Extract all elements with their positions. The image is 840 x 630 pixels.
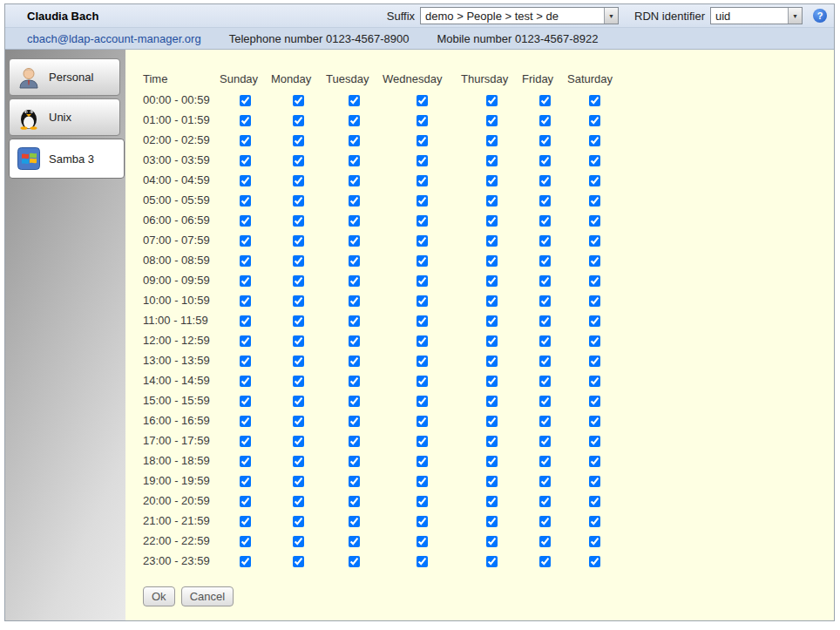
hour-checkbox-saturday-14:00[interactable] [589, 376, 600, 387]
hour-checkbox-wednesday-05:00[interactable] [417, 195, 428, 207]
hour-checkbox-sunday-09:00[interactable] [240, 275, 251, 287]
hour-checkbox-friday-02:00[interactable] [539, 135, 551, 146]
hour-checkbox-wednesday-04:00[interactable] [417, 175, 428, 186]
hour-checkbox-sunday-16:00[interactable] [240, 416, 251, 427]
hour-checkbox-wednesday-10:00[interactable] [417, 295, 428, 307]
hour-checkbox-monday-21:00[interactable] [293, 516, 304, 527]
hour-checkbox-saturday-07:00[interactable] [589, 235, 600, 247]
hour-checkbox-tuesday-23:00[interactable] [349, 556, 360, 567]
hour-checkbox-saturday-22:00[interactable] [589, 536, 600, 547]
hour-checkbox-thursday-06:00[interactable] [486, 215, 498, 227]
hour-checkbox-friday-07:00[interactable] [539, 235, 551, 247]
hour-checkbox-wednesday-08:00[interactable] [417, 255, 428, 267]
hour-checkbox-tuesday-01:00[interactable] [349, 115, 360, 126]
hour-checkbox-wednesday-16:00[interactable] [417, 416, 428, 427]
hour-checkbox-friday-01:00[interactable] [539, 115, 551, 126]
hour-checkbox-monday-06:00[interactable] [293, 215, 304, 227]
hour-checkbox-wednesday-19:00[interactable] [417, 476, 428, 487]
hour-checkbox-friday-18:00[interactable] [539, 456, 551, 467]
hour-checkbox-friday-09:00[interactable] [539, 275, 551, 287]
hour-checkbox-friday-20:00[interactable] [539, 496, 551, 507]
hour-checkbox-tuesday-12:00[interactable] [349, 335, 360, 347]
hour-checkbox-sunday-12:00[interactable] [240, 335, 251, 347]
hour-checkbox-thursday-18:00[interactable] [486, 456, 498, 467]
hour-checkbox-monday-05:00[interactable] [293, 195, 304, 207]
hour-checkbox-monday-19:00[interactable] [293, 476, 304, 487]
hour-checkbox-thursday-05:00[interactable] [486, 195, 498, 207]
hour-checkbox-monday-02:00[interactable] [293, 135, 304, 146]
hour-checkbox-monday-15:00[interactable] [293, 396, 304, 407]
hour-checkbox-sunday-05:00[interactable] [240, 195, 251, 207]
hour-checkbox-sunday-22:00[interactable] [240, 536, 251, 547]
hour-checkbox-monday-16:00[interactable] [293, 416, 304, 427]
hour-checkbox-friday-11:00[interactable] [539, 315, 551, 327]
hour-checkbox-thursday-12:00[interactable] [486, 335, 498, 347]
hour-checkbox-wednesday-20:00[interactable] [417, 496, 428, 507]
hour-checkbox-monday-10:00[interactable] [293, 295, 304, 307]
hour-checkbox-tuesday-08:00[interactable] [349, 255, 360, 267]
hour-checkbox-sunday-21:00[interactable] [240, 516, 251, 527]
hour-checkbox-sunday-20:00[interactable] [240, 496, 251, 507]
hour-checkbox-monday-18:00[interactable] [293, 456, 304, 467]
hour-checkbox-tuesday-16:00[interactable] [349, 416, 360, 427]
hour-checkbox-friday-15:00[interactable] [539, 396, 551, 407]
hour-checkbox-saturday-20:00[interactable] [589, 496, 600, 507]
hour-checkbox-friday-04:00[interactable] [539, 175, 551, 186]
hour-checkbox-thursday-23:00[interactable] [486, 556, 498, 567]
hour-checkbox-saturday-11:00[interactable] [589, 315, 600, 327]
hour-checkbox-monday-14:00[interactable] [293, 376, 304, 387]
hour-checkbox-sunday-06:00[interactable] [240, 215, 251, 227]
hour-checkbox-monday-07:00[interactable] [293, 235, 304, 247]
hour-checkbox-wednesday-13:00[interactable] [417, 356, 428, 367]
hour-checkbox-thursday-04:00[interactable] [486, 175, 498, 186]
hour-checkbox-monday-09:00[interactable] [293, 275, 304, 287]
hour-checkbox-tuesday-22:00[interactable] [349, 536, 360, 547]
hour-checkbox-thursday-02:00[interactable] [486, 135, 498, 146]
hour-checkbox-wednesday-17:00[interactable] [417, 436, 428, 447]
hour-checkbox-friday-05:00[interactable] [539, 195, 551, 207]
hour-checkbox-thursday-09:00[interactable] [486, 275, 498, 287]
hour-checkbox-monday-11:00[interactable] [293, 315, 304, 327]
hour-checkbox-sunday-15:00[interactable] [240, 396, 251, 407]
hour-checkbox-saturday-04:00[interactable] [589, 175, 600, 186]
hour-checkbox-tuesday-07:00[interactable] [349, 235, 360, 247]
hour-checkbox-monday-00:00[interactable] [293, 95, 304, 106]
hour-checkbox-monday-22:00[interactable] [293, 536, 304, 547]
hour-checkbox-friday-17:00[interactable] [539, 436, 551, 447]
hour-checkbox-sunday-01:00[interactable] [240, 115, 251, 126]
hour-checkbox-wednesday-23:00[interactable] [417, 556, 428, 567]
hour-checkbox-wednesday-03:00[interactable] [417, 155, 428, 166]
hour-checkbox-friday-08:00[interactable] [539, 255, 551, 267]
hour-checkbox-tuesday-18:00[interactable] [349, 456, 360, 467]
hour-checkbox-tuesday-10:00[interactable] [349, 295, 360, 307]
hour-checkbox-friday-00:00[interactable] [539, 95, 551, 106]
hour-checkbox-tuesday-05:00[interactable] [349, 195, 360, 207]
hour-checkbox-monday-01:00[interactable] [293, 115, 304, 126]
hour-checkbox-thursday-20:00[interactable] [486, 496, 498, 507]
hour-checkbox-tuesday-03:00[interactable] [349, 155, 360, 166]
hour-checkbox-monday-12:00[interactable] [293, 335, 304, 347]
hour-checkbox-sunday-00:00[interactable] [240, 95, 251, 106]
tab-samba3[interactable]: Samba 3 [9, 139, 125, 179]
hour-checkbox-sunday-17:00[interactable] [240, 436, 251, 447]
hour-checkbox-thursday-10:00[interactable] [486, 295, 498, 307]
hour-checkbox-sunday-23:00[interactable] [240, 556, 251, 567]
hour-checkbox-thursday-15:00[interactable] [486, 396, 498, 407]
hour-checkbox-monday-03:00[interactable] [293, 155, 304, 166]
hour-checkbox-sunday-19:00[interactable] [240, 476, 251, 487]
hour-checkbox-tuesday-21:00[interactable] [349, 516, 360, 527]
hour-checkbox-tuesday-11:00[interactable] [349, 315, 360, 327]
hour-checkbox-saturday-02:00[interactable] [589, 135, 600, 146]
hour-checkbox-monday-17:00[interactable] [293, 436, 304, 447]
hour-checkbox-friday-06:00[interactable] [539, 215, 551, 227]
hour-checkbox-saturday-15:00[interactable] [589, 396, 600, 407]
hour-checkbox-thursday-14:00[interactable] [486, 376, 498, 387]
hour-checkbox-friday-03:00[interactable] [539, 155, 551, 166]
hour-checkbox-monday-13:00[interactable] [293, 356, 304, 367]
tab-unix[interactable]: Unix [9, 98, 120, 136]
hour-checkbox-tuesday-19:00[interactable] [349, 476, 360, 487]
hour-checkbox-sunday-03:00[interactable] [240, 155, 251, 166]
hour-checkbox-saturday-09:00[interactable] [589, 275, 600, 287]
hour-checkbox-saturday-17:00[interactable] [589, 436, 600, 447]
help-icon[interactable]: ? [813, 9, 827, 23]
